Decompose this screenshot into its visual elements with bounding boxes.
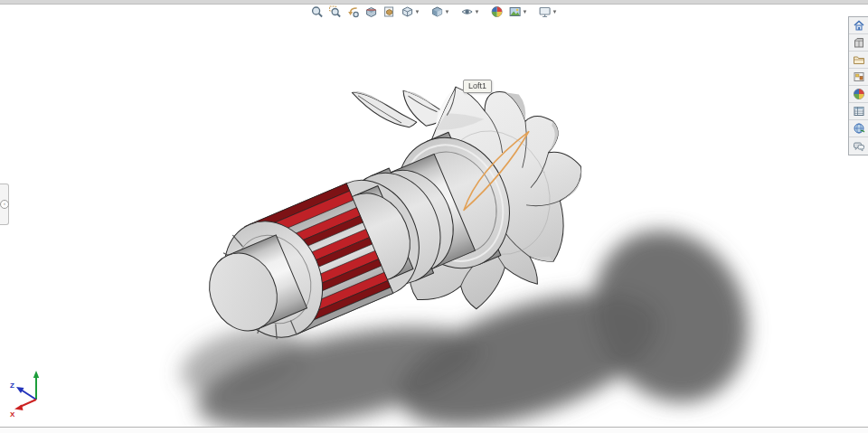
home-icon bbox=[853, 19, 865, 32]
3d-drawing-view-icon bbox=[383, 5, 396, 18]
task-pane-file-explorer-button[interactable] bbox=[849, 52, 868, 69]
view-orientation-icon bbox=[401, 5, 414, 18]
apply-scene-icon bbox=[508, 5, 521, 18]
apply-scene-button[interactable]: ▼ bbox=[506, 3, 529, 21]
previous-view-button[interactable] bbox=[345, 3, 362, 21]
expand-panel-arrow-icon[interactable]: ‹ bbox=[0, 200, 9, 209]
hide-show-items-icon bbox=[461, 5, 474, 18]
hide-show-items-button[interactable]: ▼ bbox=[459, 3, 482, 21]
zoom-to-area-button[interactable] bbox=[327, 3, 344, 21]
task-pane-design-library-button[interactable] bbox=[849, 34, 868, 52]
feature-tree-collapsed-tab[interactable]: ‹ bbox=[0, 184, 9, 225]
triad-z-axis bbox=[21, 390, 36, 400]
chevron-down-icon: ▼ bbox=[522, 9, 527, 14]
triad-y-arrowhead bbox=[33, 371, 39, 378]
display-style-button[interactable]: ▼ bbox=[429, 3, 452, 21]
zoom-to-fit-button[interactable] bbox=[309, 3, 326, 21]
triad-z-label: Z bbox=[10, 381, 14, 390]
chevron-down-icon: ▼ bbox=[415, 9, 420, 14]
design-library-icon bbox=[853, 36, 865, 49]
file-explorer-icon bbox=[853, 53, 865, 66]
section-view-icon bbox=[365, 5, 378, 18]
section-view-button[interactable] bbox=[363, 3, 380, 21]
appearances-scenes-icon bbox=[853, 88, 865, 100]
triad-x-label: X bbox=[10, 410, 15, 419]
chevron-down-icon: ▼ bbox=[475, 9, 480, 14]
task-pane-custom-properties-button[interactable] bbox=[849, 103, 868, 120]
edit-appearance-button[interactable] bbox=[488, 3, 505, 21]
task-pane-forum-button[interactable] bbox=[849, 120, 868, 137]
task-pane-home-button[interactable] bbox=[849, 17, 868, 34]
task-pane-appearances-button[interactable] bbox=[849, 86, 868, 103]
view-settings-icon bbox=[538, 5, 551, 18]
3d-drawing-view-button[interactable] bbox=[382, 3, 398, 21]
task-pane-view-palette-button[interactable] bbox=[849, 69, 868, 86]
triad-x-axis bbox=[20, 400, 36, 407]
custom-properties-icon bbox=[853, 105, 865, 118]
view-palette-icon bbox=[853, 71, 865, 83]
heads-up-toolbar: ▼ ▼ ▼ ▼ bbox=[308, 3, 561, 21]
chevron-down-icon: ▼ bbox=[445, 9, 450, 14]
view-orientation-button[interactable]: ▼ bbox=[400, 3, 422, 21]
task-pane-comments-button[interactable] bbox=[849, 137, 868, 155]
chevron-down-icon: ▼ bbox=[552, 9, 557, 14]
view-settings-button[interactable]: ▼ bbox=[536, 3, 559, 21]
display-style-icon bbox=[431, 5, 444, 18]
triad-x-arrowhead bbox=[14, 405, 24, 411]
previous-view-icon bbox=[347, 5, 360, 18]
viewport-3d[interactable] bbox=[0, 0, 868, 433]
edit-appearance-icon bbox=[490, 5, 503, 18]
task-pane bbox=[848, 16, 868, 155]
zoom-to-area-icon bbox=[329, 5, 342, 18]
comments-icon bbox=[853, 140, 865, 153]
reference-triad: Z X bbox=[9, 366, 60, 424]
forum-icon bbox=[853, 122, 865, 135]
feature-tooltip: Loft1 bbox=[463, 80, 492, 93]
status-bar-edge bbox=[0, 427, 868, 433]
zoom-to-fit-icon bbox=[311, 5, 324, 18]
